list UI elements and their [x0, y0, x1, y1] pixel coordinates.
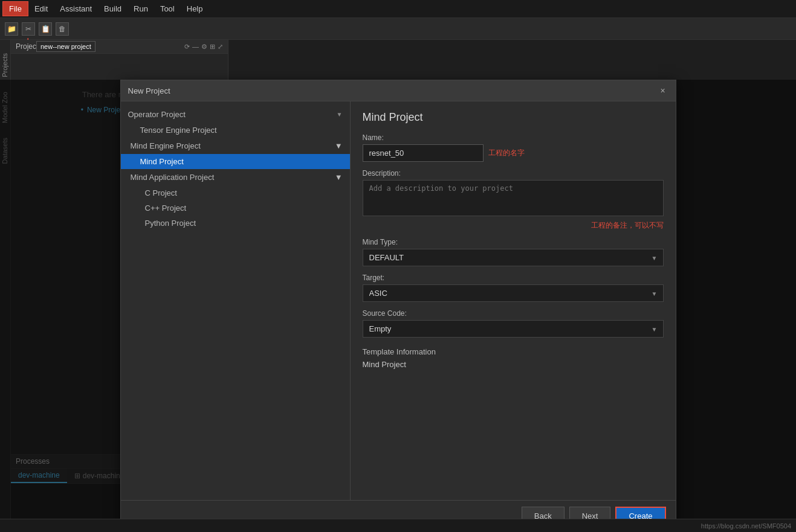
menu-assistant[interactable]: Assistant — [54, 2, 98, 16]
menu-help[interactable]: Help — [181, 2, 209, 16]
description-callout-row: 工程的备注，可以不写 — [363, 220, 664, 231]
name-callout: 工程的名字 — [488, 148, 525, 158]
cut-button[interactable]: ✂ — [22, 22, 35, 36]
new-project-dialog: New Project × Operator Project ▼ Tensor … — [120, 80, 676, 532]
dialog-close-button[interactable]: × — [658, 85, 668, 96]
folder-icon: 📁 — [7, 25, 16, 33]
refresh-icon[interactable]: ⟳ — [184, 43, 190, 51]
mind-type-select-wrapper: DEFAULT — [363, 249, 664, 266]
tree-mind-project[interactable]: Mind Project — [121, 154, 350, 169]
dialog-left-panel: Operator Project ▼ Tensor Engine Project… — [121, 101, 351, 500]
layout-icon[interactable]: ⊞ — [210, 43, 215, 51]
mind-type-label: Mind Type: — [363, 238, 664, 246]
mind-engine-label: Mind Engine Project — [131, 141, 201, 150]
menu-build[interactable]: Build — [98, 2, 128, 16]
cut-icon: ✂ — [25, 25, 31, 33]
tree-tensor-engine[interactable]: Tensor Engine Project — [121, 123, 350, 138]
chevron-down-icon: ▼ — [337, 111, 343, 118]
template-info-value: Mind Project — [363, 360, 664, 369]
tree-mind-engine[interactable]: Mind Engine Project ▼ — [121, 138, 350, 154]
tree-cpp-project[interactable]: C++ Project — [121, 200, 350, 216]
chevron-down-icon-3: ▼ — [335, 173, 343, 182]
copy-icon: 📋 — [41, 25, 50, 33]
toolbar-tooltip: new--new project — [36, 41, 95, 52]
status-url: https://blog.csdn.net/SMF0504 — [701, 522, 791, 530]
name-label: Name: — [363, 133, 664, 142]
tree-operator-project[interactable]: Operator Project ▼ — [121, 106, 350, 123]
mind-application-label: Mind Application Project — [131, 173, 215, 182]
menu-file[interactable]: File — [2, 1, 28, 16]
toolbar: 📁 ↘ ✂ 📋 🗑 new--new project — [0, 18, 796, 40]
collapse-icon[interactable]: — — [192, 43, 199, 51]
description-callout: 工程的备注，可以不写 — [591, 220, 664, 231]
description-textarea[interactable] — [363, 180, 664, 216]
menu-edit[interactable]: Edit — [28, 2, 54, 16]
operator-project-label: Operator Project — [128, 110, 186, 119]
source-code-select[interactable]: Empty — [363, 320, 664, 338]
delete-icon: 🗑 — [59, 25, 66, 33]
panel-header-icons: ⟳ — ⚙ ⊞ ⤢ — [184, 43, 223, 51]
chevron-down-icon-2: ▼ — [335, 141, 343, 150]
dialog-title-bar: New Project × — [121, 80, 676, 101]
status-bar: https://blog.csdn.net/SMF0504 — [0, 519, 796, 532]
source-code-select-wrapper: Empty — [363, 320, 664, 338]
expand-icon[interactable]: ⤢ — [218, 43, 223, 51]
copy-button[interactable]: 📋 — [39, 22, 52, 36]
dialog-body: Operator Project ▼ Tensor Engine Project… — [121, 101, 676, 500]
template-info-title: Template Information — [363, 347, 664, 356]
menu-run[interactable]: Run — [128, 2, 154, 16]
new-project-button[interactable]: 📁 ↘ — [5, 22, 18, 36]
name-input[interactable] — [363, 144, 484, 162]
mind-type-select[interactable]: DEFAULT — [363, 249, 664, 266]
tree-python-project[interactable]: Python Project — [121, 216, 350, 231]
menu-tool[interactable]: Tool — [154, 2, 181, 16]
dialog-right-panel: Mind Project Name: 工程的名字 Description: 工程… — [351, 101, 676, 500]
delete-button[interactable]: 🗑 — [56, 22, 69, 36]
source-code-label: Source Code: — [363, 309, 664, 318]
form-title: Mind Project — [363, 111, 664, 124]
target-select[interactable]: ASIC — [363, 284, 664, 302]
dialog-overlay: New Project × Operator Project ▼ Tensor … — [0, 80, 796, 519]
target-select-wrapper: ASIC — [363, 284, 664, 302]
settings-icon[interactable]: ⚙ — [201, 43, 207, 51]
tree-mind-application[interactable]: Mind Application Project ▼ — [121, 169, 350, 185]
target-label: Target: — [363, 274, 664, 282]
sidebar-item-projects[interactable]: Projects — [0, 46, 11, 85]
menu-bar: File Edit Assistant Build Run Tool Help — [0, 0, 796, 18]
tree-c-project[interactable]: C Project — [121, 185, 350, 200]
description-label: Description: — [363, 169, 664, 178]
name-row: 工程的名字 — [363, 144, 664, 162]
main-layout: Projects Model Zoo Datasets Projects Exp… — [0, 40, 796, 532]
dialog-title: New Project — [128, 86, 170, 95]
